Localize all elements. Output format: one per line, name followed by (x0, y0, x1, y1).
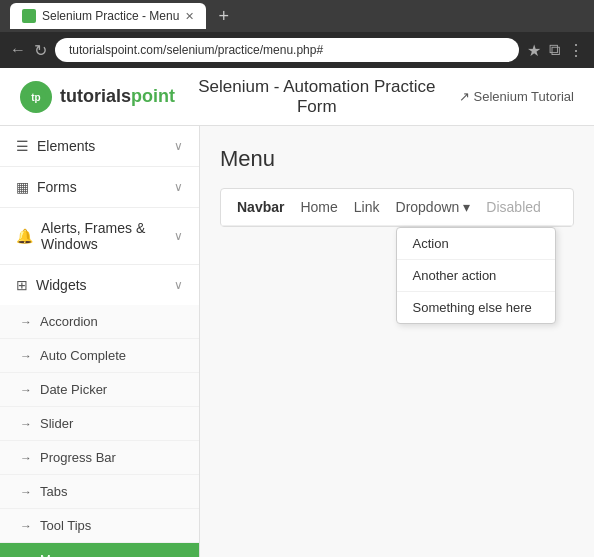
navbar-dropdown-button[interactable]: Dropdown ▾ (396, 199, 471, 215)
menu-arrow-icon: → (20, 553, 32, 558)
bookmark-icon[interactable]: ★ (527, 41, 541, 60)
dropdown-menu: Action Another action Something else her… (396, 227, 556, 324)
datepicker-arrow-icon: → (20, 383, 32, 397)
navbar-demo: Navbar Home Link Dropdown ▾ Action Anoth… (221, 189, 573, 226)
forms-chevron-icon: ∨ (174, 180, 183, 194)
reload-button[interactable]: ↻ (34, 41, 47, 60)
tab-favicon-icon (22, 9, 36, 23)
sidebar-section-alerts: 🔔 Alerts, Frames & Windows ∨ (0, 208, 199, 265)
navbar-link-link[interactable]: Link (354, 199, 380, 215)
progressbar-arrow-icon: → (20, 451, 32, 465)
tab-close-button[interactable]: ✕ (185, 10, 194, 23)
alerts-chevron-icon: ∨ (174, 229, 183, 243)
sidebar-item-progressbar[interactable]: → Progress Bar (0, 441, 199, 475)
sidebar-item-tabs[interactable]: → Tabs (0, 475, 199, 509)
sidebar: ☰ Elements ∨ ▦ Forms ∨ 🔔 Alerts, Frames … (0, 126, 200, 557)
sidebar-item-accordion[interactable]: → Accordion (0, 305, 199, 339)
page: tp tutorialspoint Selenium - Automation … (0, 68, 594, 557)
tabs-label: Tabs (40, 484, 67, 499)
browser-addressbar: ← ↻ ★ ⧉ ⋮ (0, 32, 594, 68)
navbar-dropdown: Dropdown ▾ Action Another action Somethi… (396, 199, 471, 215)
widgets-label: Widgets (36, 277, 166, 293)
autocomplete-label: Auto Complete (40, 348, 126, 363)
progressbar-label: Progress Bar (40, 450, 116, 465)
sidebar-section-widgets: ⊞ Widgets ∨ → Accordion → Auto Complete … (0, 265, 199, 557)
dropdown-item-something[interactable]: Something else here (397, 292, 555, 323)
forms-label: Forms (37, 179, 166, 195)
content-area: Menu Navbar Home Link Dropdown ▾ Action … (200, 126, 594, 557)
dropdown-label: Dropdown (396, 199, 460, 215)
navbar-brand: Navbar (237, 199, 284, 215)
tutorial-link-text: Selenium Tutorial (474, 89, 574, 104)
logo-area: tp tutorialspoint (20, 81, 175, 113)
widgets-icon: ⊞ (16, 277, 28, 293)
elements-label: Elements (37, 138, 166, 154)
autocomplete-arrow-icon: → (20, 349, 32, 363)
tooltips-arrow-icon: → (20, 519, 32, 533)
logo-text: tutorialspoint (60, 86, 175, 107)
alerts-icon: 🔔 (16, 228, 33, 244)
elements-chevron-icon: ∨ (174, 139, 183, 153)
menu-label: Menu (40, 552, 73, 557)
sidebar-section-elements: ☰ Elements ∨ (0, 126, 199, 167)
widgets-chevron-icon: ∨ (174, 278, 183, 292)
site-title: Selenium - Automation Practice Form (195, 77, 439, 117)
dropdown-item-action[interactable]: Action (397, 228, 555, 260)
sidebar-section-widgets-header[interactable]: ⊞ Widgets ∨ (0, 265, 199, 305)
accordion-arrow-icon: → (20, 315, 32, 329)
sidebar-item-tooltips[interactable]: → Tool Tips (0, 509, 199, 543)
address-bar[interactable] (55, 38, 519, 62)
tutorial-link[interactable]: ↗ Selenium Tutorial (459, 89, 574, 104)
alerts-label: Alerts, Frames & Windows (41, 220, 166, 252)
forms-icon: ▦ (16, 179, 29, 195)
sidebar-item-menu[interactable]: → Menu (0, 543, 199, 557)
sidebar-item-datepicker[interactable]: → Date Picker (0, 373, 199, 407)
accordion-label: Accordion (40, 314, 98, 329)
dropdown-caret-icon: ▾ (463, 199, 470, 215)
sidebar-section-elements-header[interactable]: ☰ Elements ∨ (0, 126, 199, 166)
sidebar-section-forms: ▦ Forms ∨ (0, 167, 199, 208)
browser-tab[interactable]: Selenium Practice - Menu ✕ (10, 3, 206, 29)
logo-icon: tp (20, 81, 52, 113)
slider-arrow-icon: → (20, 417, 32, 431)
back-button[interactable]: ← (10, 41, 26, 59)
new-tab-button[interactable]: + (218, 6, 229, 27)
browser-menu-icon[interactable]: ⋮ (568, 41, 584, 60)
datepicker-label: Date Picker (40, 382, 107, 397)
main-layout: ☰ Elements ∨ ▦ Forms ∨ 🔔 Alerts, Frames … (0, 126, 594, 557)
svg-text:tp: tp (31, 92, 40, 103)
dropdown-item-another[interactable]: Another action (397, 260, 555, 292)
logo-bold: point (131, 86, 175, 106)
logo-svg: tp (25, 86, 47, 108)
elements-icon: ☰ (16, 138, 29, 154)
slider-label: Slider (40, 416, 73, 431)
navbar-disabled: Disabled (486, 199, 540, 215)
navbar-link-home[interactable]: Home (300, 199, 337, 215)
tooltips-label: Tool Tips (40, 518, 91, 533)
sidebar-section-alerts-header[interactable]: 🔔 Alerts, Frames & Windows ∨ (0, 208, 199, 264)
content-title: Menu (220, 146, 574, 172)
site-header: tp tutorialspoint Selenium - Automation … (0, 68, 594, 126)
sidebar-section-forms-header[interactable]: ▦ Forms ∨ (0, 167, 199, 207)
tutorial-link-icon: ↗ (459, 89, 470, 104)
demo-card: Navbar Home Link Dropdown ▾ Action Anoth… (220, 188, 574, 227)
tabs-arrow-icon: → (20, 485, 32, 499)
sidebar-item-autocomplete[interactable]: → Auto Complete (0, 339, 199, 373)
browser-titlebar: Selenium Practice - Menu ✕ + (0, 0, 594, 32)
tab-title: Selenium Practice - Menu (42, 9, 179, 23)
extensions-icon[interactable]: ⧉ (549, 41, 560, 59)
sidebar-item-slider[interactable]: → Slider (0, 407, 199, 441)
widgets-subitems: → Accordion → Auto Complete → Date Picke… (0, 305, 199, 557)
logo-normal: tutorials (60, 86, 131, 106)
